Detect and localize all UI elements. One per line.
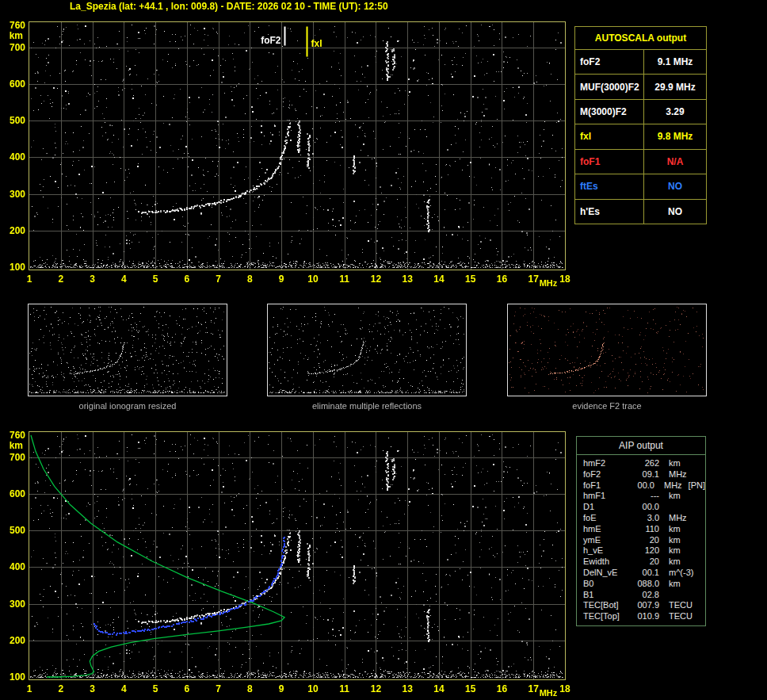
aip-table-row: hmF1---km (583, 491, 705, 502)
aip-table-row: B0088.0km (583, 579, 705, 590)
autoscala-app-window: La_Spezia (lat: +44.1 , lon: 009.8) - DA… (0, 0, 767, 700)
aip-row-value: 00.1 (631, 568, 659, 579)
autoscala-row-value: 3.29 (644, 100, 706, 124)
aip-table-row: foE3.0MHz (583, 513, 705, 524)
aip-row-value: 02.8 (631, 590, 659, 601)
aip-row-value: 20 (631, 557, 659, 568)
aip-table-row: DelN_vE00.1m^(-3) (583, 568, 705, 579)
aip-row-name: B0 (583, 579, 631, 590)
aip-table-row: hmE110km (583, 524, 705, 535)
aip-table-row: TEC[Bot]007.9TECU (583, 600, 705, 611)
aip-table-row: h_vE120km (583, 545, 705, 557)
aip-row-unit: km (669, 579, 681, 590)
autoscala-row-label: foF2 (575, 50, 644, 74)
autoscala-row-value: N/A (644, 150, 706, 174)
aip-row-name: ymE (583, 535, 631, 546)
autoscala-row-label: h'Es (575, 200, 644, 224)
aip-table-row: foF100.0MHz[PN] (583, 480, 705, 492)
aip-row-unit: km (669, 535, 681, 546)
aip-row-unit: MHz (669, 513, 687, 524)
aip-row-name: DelN_vE (583, 568, 631, 579)
aip-row-value: 09.1 (631, 469, 659, 480)
aip-row-value: --- (631, 491, 659, 502)
aip-row-unit: TECU (669, 600, 693, 611)
aip-row-name: h_vE (583, 545, 631, 557)
autoscala-row-value: NO (644, 174, 706, 198)
aip-row-name: TEC[Top] (583, 611, 631, 622)
autoscala-row-label: foF1 (575, 150, 644, 174)
aip-row-value: 00.0 (631, 502, 659, 513)
page-title: La_Spezia (lat: +44.1 , lon: 009.8) - DA… (70, 1, 388, 12)
aip-row-unit: km (669, 557, 681, 568)
autoscala-row-label: fxI (575, 124, 644, 148)
autoscala-table-row: fxI9.8 MHz (575, 124, 706, 149)
aip-row-value: 010.9 (631, 611, 659, 622)
autoscala-row-value: 9.8 MHz (644, 124, 706, 148)
aip-row-value: 3.0 (631, 513, 659, 524)
aip-row-unit: MHz (664, 480, 682, 492)
aip-row-value: 110 (631, 524, 659, 535)
aip-table-row: ymE20km (583, 535, 705, 546)
autoscala-output-rows: foF29.1 MHzMUF(3000)F229.9 MHzM(3000)F23… (575, 50, 706, 224)
aip-row-name: hmF1 (583, 491, 631, 502)
aip-row-name: D1 (583, 502, 631, 513)
aip-output-rows: hmF2262kmfoF209.1MHzfoF100.0MHz[PN]hmF1-… (577, 455, 705, 622)
aip-table-row: Ewidth20km (583, 557, 705, 568)
thumbnail-caption-original: original ionogram resized (28, 401, 227, 411)
aip-table-row: foF209.1MHz (583, 469, 705, 480)
aip-row-name: foE (583, 513, 631, 524)
aip-row-unit: km (669, 524, 681, 535)
aip-table-row: TEC[Top]010.9TECU (583, 611, 705, 622)
aip-row-unit: km (669, 491, 681, 502)
aip-table-row: B102.8 (583, 590, 705, 601)
aip-row-value: 00.0 (628, 480, 654, 492)
aip-row-value: 120 (631, 545, 659, 557)
autoscala-row-value: NO (644, 200, 706, 224)
autoscala-table-row: MUF(3000)F229.9 MHz (575, 75, 706, 99)
autoscala-table-row: foF29.1 MHz (575, 50, 706, 75)
aip-row-name: B1 (583, 590, 631, 601)
autoscala-row-value: 29.9 MHz (644, 75, 706, 98)
aip-row-value: 262 (631, 458, 659, 469)
aip-row-unit: TECU (669, 611, 693, 622)
aip-row-name: hmE (583, 524, 631, 535)
aip-table-row: D100.0 (583, 502, 705, 513)
aip-row-unit: km (669, 545, 681, 557)
autoscala-row-label: M(3000)F2 (575, 100, 644, 124)
autoscala-row-label: ftEs (575, 174, 644, 198)
aip-row-name: foF1 (583, 480, 628, 492)
aip-row-value: 088.0 (631, 579, 659, 590)
aip-row-name: TEC[Bot] (583, 600, 631, 611)
aip-output-panel: AIP output hmF2262kmfoF209.1MHzfoF100.0M… (576, 436, 706, 626)
autoscala-output-title: AUTOSCALA output (575, 27, 706, 50)
thumbnail-caption-evidence: evidence F2 trace (507, 401, 707, 411)
autoscala-output-panel: AUTOSCALA output foF29.1 MHzMUF(3000)F22… (574, 26, 707, 224)
aip-row-name: Ewidth (583, 557, 631, 568)
aip-row-value: 20 (631, 535, 659, 546)
autoscala-table-row: foF1N/A (575, 150, 706, 174)
aip-row-value: 007.9 (631, 600, 659, 611)
autoscala-table-row: h'EsNO (575, 200, 706, 224)
aip-row-unit: km (669, 458, 681, 469)
autoscala-row-value: 9.1 MHz (644, 50, 706, 74)
aip-row-unit: m^(-3) (669, 568, 693, 579)
aip-table-row: hmF2262km (583, 458, 705, 469)
aip-row-name: hmF2 (583, 458, 631, 469)
thumbnail-caption-eliminate: eliminate multiple reflections (267, 401, 467, 411)
aip-output-title: AIP output (577, 437, 705, 455)
aip-row-name: foF2 (583, 469, 631, 480)
autoscala-row-label: MUF(3000)F2 (575, 75, 644, 98)
aip-row-extra: [PN] (689, 480, 705, 492)
autoscala-table-row: ftEsNO (575, 174, 706, 199)
aip-row-unit: MHz (669, 469, 687, 480)
autoscala-table-row: M(3000)F23.29 (575, 100, 706, 124)
